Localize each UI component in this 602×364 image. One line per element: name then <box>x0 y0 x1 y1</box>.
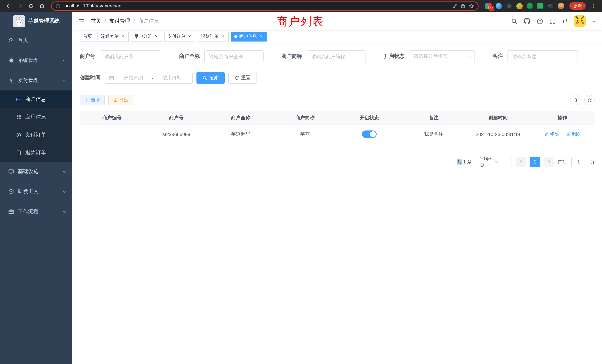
breadcrumb-payment[interactable]: 支付管理 <box>109 18 130 24</box>
user-avatar[interactable] <box>574 15 586 27</box>
next-page-button[interactable] <box>544 157 554 167</box>
export-button[interactable]: 导出 <box>108 95 133 105</box>
status-switch[interactable] <box>362 130 377 138</box>
password-key-icon[interactable] <box>452 3 457 9</box>
tab-pay-order[interactable]: 支付订单 × <box>164 32 195 41</box>
browser-menu-icon[interactable] <box>589 1 598 11</box>
font-size-icon[interactable]: TT <box>562 18 568 24</box>
remark-label: 备注 <box>493 53 507 60</box>
delete-button[interactable]: 删除 <box>566 131 580 137</box>
search-icon[interactable] <box>511 18 517 24</box>
cell-actions: 修改 删除 <box>530 125 595 144</box>
browser-toolbar: localhost:1024/pay/merchant 10 更新 <box>0 0 602 12</box>
app-navbar: 首页 / 支付管理 / 商户信息 <box>72 12 602 30</box>
cell-merchant-no: M233666999 <box>144 125 208 144</box>
bookmark-star-icon[interactable] <box>469 3 474 9</box>
sidebar-item-merchant-info[interactable]: 商户信息 <box>0 90 72 108</box>
tab-home[interactable]: 首页 <box>80 32 95 41</box>
full-name-label: 商户全称 <box>179 53 204 60</box>
pagination: 共 1 条 10条/页 1 <box>80 157 595 167</box>
sidebar-item-pay-order[interactable]: 支付订单 <box>0 126 72 144</box>
chevron-down-icon <box>62 210 66 214</box>
home-icon[interactable] <box>37 1 47 11</box>
extension-icon[interactable] <box>548 3 554 9</box>
tab-process-form[interactable]: 流程表单 × <box>97 32 129 41</box>
short-name-label: 商户简称 <box>281 53 307 60</box>
extension-icon[interactable] <box>516 3 523 9</box>
sidebar-item-devtools[interactable]: 研发工具 <box>0 182 72 202</box>
fullscreen-icon[interactable] <box>549 18 556 24</box>
extension-icon[interactable] <box>506 3 512 9</box>
cell-full-name: 芋道源码 <box>208 125 273 144</box>
tab-merchant-info[interactable]: 商户信息 × <box>231 32 267 41</box>
prev-page-button[interactable] <box>516 157 526 167</box>
cell-id: 1 <box>80 125 144 144</box>
merchant-no-input[interactable] <box>100 50 161 62</box>
gear-icon <box>8 57 14 63</box>
table-toolbar: 新增 导出 <box>80 95 595 105</box>
extension-icon[interactable] <box>558 3 564 9</box>
app-logo[interactable]: 芋道管理系统 <box>0 12 72 30</box>
show-search-toggle-button[interactable] <box>570 95 580 105</box>
hamburger-icon[interactable] <box>78 18 85 24</box>
reload-icon[interactable] <box>26 1 36 11</box>
extension-icon[interactable] <box>537 3 543 9</box>
create-time-range-picker[interactable]: 开始日期 - 结束日期 <box>105 72 193 84</box>
user-menu-caret-icon[interactable] <box>592 19 596 23</box>
remark-input[interactable] <box>507 50 578 62</box>
short-name-input[interactable] <box>307 50 366 62</box>
extension-icon[interactable] <box>527 3 533 9</box>
help-icon[interactable] <box>537 18 543 24</box>
github-icon[interactable] <box>524 18 530 24</box>
active-dot <box>234 35 237 38</box>
extension-icon[interactable]: 10 <box>485 3 492 9</box>
breadcrumb-home[interactable]: 首页 <box>91 18 101 24</box>
sidebar-item-app-info[interactable]: 应用信息 <box>0 108 72 126</box>
breadcrumb: 首页 / 支付管理 / 商户信息 <box>91 18 159 24</box>
search-button[interactable]: 搜索 <box>196 72 225 84</box>
add-button[interactable]: 新增 <box>80 95 105 105</box>
filter-form-row1: 商户号 商户全称 商户简称 开启状态 请选择开启状态 <box>80 50 595 62</box>
monitor-icon <box>8 169 14 175</box>
page-size-select[interactable]: 10条/页 <box>476 157 512 167</box>
sidebar-item-refund-order[interactable]: 退款订单 <box>0 144 72 162</box>
sidebar-item-infra[interactable]: 基础设施 <box>0 162 72 182</box>
chevron-down-icon <box>467 54 472 58</box>
document-icon <box>16 150 22 156</box>
close-icon[interactable]: × <box>187 34 192 39</box>
reset-button[interactable]: 重置 <box>228 72 257 84</box>
page-number-button[interactable]: 1 <box>530 157 540 167</box>
sidebar-item-home[interactable]: 首页 <box>0 30 72 50</box>
tab-user-group[interactable]: 用户分组 × <box>131 32 162 41</box>
forward-icon[interactable] <box>15 1 24 11</box>
merchant-no-label: 商户号 <box>80 53 100 60</box>
app-title: 芋道管理系统 <box>28 18 60 24</box>
sidebar-item-workflow[interactable]: 工作流程 <box>0 202 72 222</box>
extension-badge: 10 <box>489 6 494 11</box>
sidebar-item-payment[interactable]: ¥ 支付管理 <box>0 70 72 90</box>
tab-refund-order[interactable]: 退款订单 × <box>198 32 229 41</box>
refresh-table-button[interactable] <box>584 95 595 105</box>
sidebar-item-system[interactable]: 系统管理 <box>0 50 72 70</box>
box-icon <box>8 189 14 195</box>
merchant-table: 商户编号 商户号 商户全称 商户简称 开启状态 备注 创建时间 操作 1 <box>80 111 595 144</box>
page-content: 商户号 商户全称 商户简称 开启状态 请选择开启状态 <box>72 43 602 174</box>
close-icon[interactable]: × <box>221 34 225 39</box>
tags-view: 首页 流程表单 × 用户分组 × 支付订单 × 退款订单 × <box>72 30 602 43</box>
back-icon[interactable] <box>4 1 13 11</box>
status-select[interactable]: 请选择开启状态 <box>409 50 475 62</box>
edit-button[interactable]: 修改 <box>544 131 559 137</box>
address-bar[interactable]: localhost:1024/pay/merchant <box>51 1 479 11</box>
close-icon[interactable]: × <box>259 34 264 39</box>
share-icon[interactable] <box>460 3 466 9</box>
close-icon[interactable]: × <box>154 34 159 39</box>
sidebar: 芋道管理系统 首页 系统管理 <box>0 12 72 364</box>
browser-update-button[interactable]: 更新 <box>569 2 586 10</box>
app-window: 芋道管理系统 首页 系统管理 <box>0 12 602 364</box>
full-name-input[interactable] <box>204 50 264 62</box>
goto-page-input[interactable] <box>571 157 586 167</box>
close-icon[interactable]: × <box>120 34 125 39</box>
table-row: 1 M233666999 芋道源码 芋艿 我是备注 2021-10-23 08:… <box>80 125 595 144</box>
site-info-icon[interactable] <box>56 3 60 8</box>
extension-icon[interactable] <box>496 3 502 9</box>
